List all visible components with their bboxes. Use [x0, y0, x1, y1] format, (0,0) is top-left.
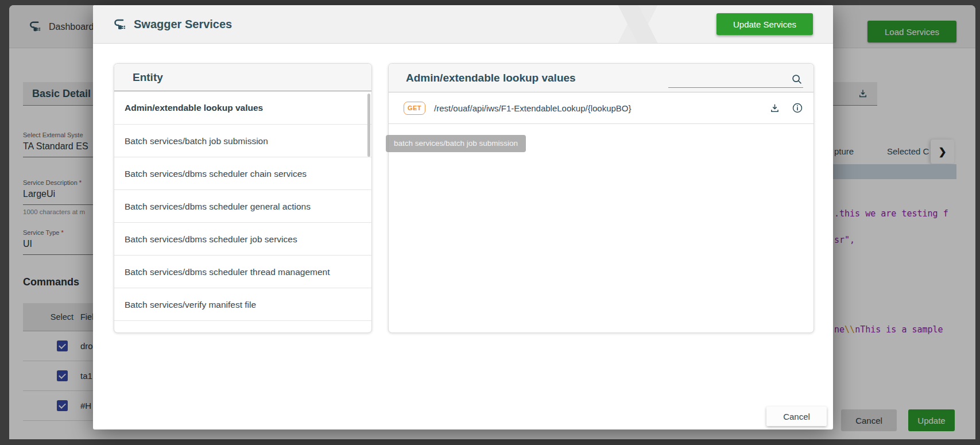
- entity-item-dbms-scheduler-general-actions[interactable]: Batch services/dbms scheduler general ac…: [114, 189, 371, 222]
- screen: Dashboard > Load Services Basic Detail S…: [0, 0, 980, 445]
- lookup-values-title: Admin/extendable lookup values: [406, 72, 576, 84]
- entity-item-partial: [114, 320, 371, 333]
- lookup-values-panel: Admin/extendable lookup values GET /rest…: [388, 63, 814, 333]
- swagger-services-dialog: Swagger Services Update Services Entity …: [93, 5, 833, 429]
- entity-item-dbms-scheduler-chain-services[interactable]: Batch services/dbms scheduler chain serv…: [114, 157, 371, 189]
- search-input[interactable]: [668, 68, 783, 87]
- entity-item-admin-extendable-lookup-values[interactable]: Admin/extendable lookup values: [114, 91, 371, 124]
- entity-item-verify-manifest-file[interactable]: Batch services/verify manifest file: [114, 288, 371, 320]
- download-icon[interactable]: [769, 103, 780, 114]
- lookup-values-header: Admin/extendable lookup values: [389, 64, 814, 92]
- entity-panel-title: Entity: [114, 64, 371, 91]
- entity-list-scrollbar[interactable]: [367, 94, 370, 157]
- dialog-cancel-button[interactable]: Cancel: [766, 407, 827, 426]
- entity-item-dbms-scheduler-job-services[interactable]: Batch services/dbms scheduler job servic…: [114, 222, 371, 255]
- entity-item-dbms-scheduler-thread-management[interactable]: Batch services/dbms scheduler thread man…: [114, 255, 371, 288]
- update-services-button[interactable]: Update Services: [716, 13, 813, 35]
- search-icon[interactable]: [791, 73, 803, 86]
- entity-tooltip: batch services/batch job submission: [386, 135, 526, 152]
- entity-panel: Entity Admin/extendable lookup values Ba…: [114, 63, 372, 333]
- entity-item-batch-job-submission[interactable]: Batch services/batch job submission: [114, 124, 371, 157]
- http-method-badge: GET: [404, 102, 425, 115]
- endpoint-path: /rest/ouaf/api/iws/F1-ExtendableLookup/{…: [434, 103, 632, 113]
- dialog-title: Swagger Services: [134, 18, 232, 31]
- service-plug-icon: [112, 18, 126, 32]
- info-icon[interactable]: [792, 102, 803, 114]
- search-field: [668, 68, 803, 88]
- endpoint-row: GET /rest/ouaf/api/iws/F1-ExtendableLook…: [389, 92, 814, 124]
- dialog-header: Swagger Services Update Services: [93, 5, 833, 44]
